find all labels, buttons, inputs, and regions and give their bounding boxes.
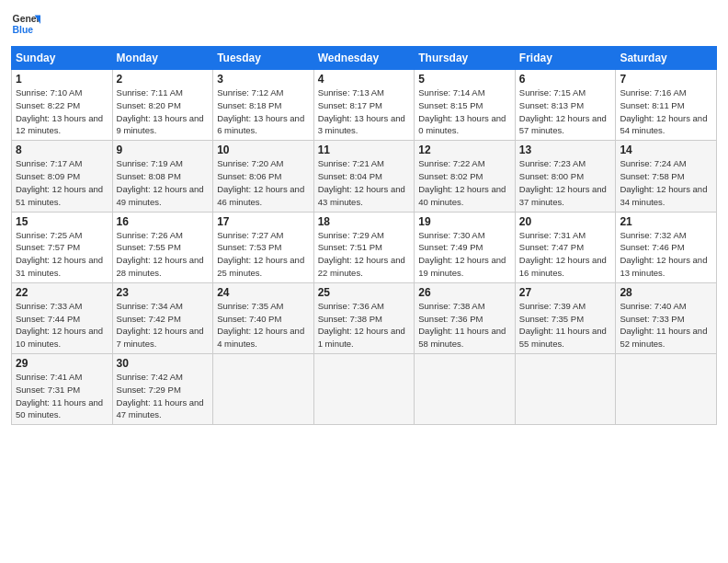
calendar-day-cell: 1 Sunrise: 7:10 AMSunset: 8:22 PMDayligh… [12,70,113,141]
calendar-day-cell: 5 Sunrise: 7:14 AMSunset: 8:15 PMDayligh… [415,70,516,141]
calendar-day-cell: 23 Sunrise: 7:34 AMSunset: 7:42 PMDaylig… [112,282,213,353]
day-info: Sunrise: 7:35 AMSunset: 7:40 PMDaylight:… [217,301,304,349]
day-number: 12 [418,144,511,156]
day-info: Sunrise: 7:42 AMSunset: 7:29 PMDaylight:… [117,372,204,419]
day-number: 5 [418,73,511,86]
day-of-week-header: Sunday [12,47,113,70]
day-info: Sunrise: 7:13 AMSunset: 8:17 PMDaylight:… [318,87,405,135]
day-info: Sunrise: 7:32 AMSunset: 7:46 PMDaylight:… [620,230,707,278]
calendar-header-row: SundayMondayTuesdayWednesdayThursdayFrid… [12,47,717,70]
calendar-day-cell: 20 Sunrise: 7:31 AMSunset: 7:47 PMDaylig… [515,212,616,282]
calendar-day-cell: 8 Sunrise: 7:17 AMSunset: 8:09 PMDayligh… [12,141,113,212]
calendar-day-cell [213,354,314,425]
calendar-day-cell: 27 Sunrise: 7:39 AMSunset: 7:35 PMDaylig… [515,282,616,353]
calendar-day-cell: 26 Sunrise: 7:38 AMSunset: 7:36 PMDaylig… [415,282,516,353]
day-number: 25 [318,286,411,299]
day-of-week-header: Wednesday [313,47,415,70]
day-of-week-header: Monday [112,47,213,70]
day-number: 19 [418,215,511,228]
day-info: Sunrise: 7:14 AMSunset: 8:15 PMDaylight:… [418,87,506,135]
day-of-week-header: Friday [515,47,616,70]
day-number: 7 [620,73,712,86]
day-number: 22 [16,286,108,299]
day-number: 15 [16,215,108,228]
day-info: Sunrise: 7:39 AMSunset: 7:35 PMDaylight:… [519,301,607,349]
day-number: 2 [117,73,210,86]
day-number: 9 [117,144,210,156]
day-info: Sunrise: 7:20 AMSunset: 8:06 PMDaylight:… [217,158,304,206]
calendar-day-cell: 12 Sunrise: 7:22 AMSunset: 8:02 PMDaylig… [415,141,516,212]
day-of-week-header: Tuesday [213,47,314,70]
page: General Blue SundayMondayTuesdayWednesda… [0,0,728,563]
day-info: Sunrise: 7:23 AMSunset: 8:00 PMDaylight:… [519,158,607,206]
calendar-day-cell: 13 Sunrise: 7:23 AMSunset: 8:00 PMDaylig… [515,141,616,212]
day-info: Sunrise: 7:21 AMSunset: 8:04 PMDaylight:… [318,158,405,206]
day-info: Sunrise: 7:41 AMSunset: 7:31 PMDaylight:… [16,372,103,419]
calendar-day-cell: 30 Sunrise: 7:42 AMSunset: 7:29 PMDaylig… [112,354,213,425]
day-info: Sunrise: 7:40 AMSunset: 7:33 PMDaylight:… [620,301,707,349]
day-number: 16 [117,215,210,228]
day-number: 29 [16,357,108,370]
calendar-day-cell: 7 Sunrise: 7:16 AMSunset: 8:11 PMDayligh… [616,70,717,141]
calendar-day-cell: 16 Sunrise: 7:26 AMSunset: 7:55 PMDaylig… [112,212,213,282]
calendar-table: SundayMondayTuesdayWednesdayThursdayFrid… [11,46,717,425]
calendar-day-cell: 21 Sunrise: 7:32 AMSunset: 7:46 PMDaylig… [616,212,717,282]
calendar-day-cell: 19 Sunrise: 7:30 AMSunset: 7:49 PMDaylig… [415,212,516,282]
day-number: 24 [217,286,310,299]
day-of-week-header: Thursday [415,47,516,70]
day-info: Sunrise: 7:34 AMSunset: 7:42 PMDaylight:… [117,301,204,349]
header: General Blue [11,9,717,39]
day-info: Sunrise: 7:17 AMSunset: 8:09 PMDaylight:… [16,158,103,206]
calendar-day-cell: 18 Sunrise: 7:29 AMSunset: 7:51 PMDaylig… [313,212,415,282]
calendar-week-row: 29 Sunrise: 7:41 AMSunset: 7:31 PMDaylig… [12,354,717,425]
day-info: Sunrise: 7:38 AMSunset: 7:36 PMDaylight:… [418,301,506,349]
day-of-week-header: Saturday [616,47,717,70]
day-info: Sunrise: 7:26 AMSunset: 7:55 PMDaylight:… [117,230,204,278]
day-number: 11 [318,144,411,156]
calendar-day-cell: 25 Sunrise: 7:36 AMSunset: 7:38 PMDaylig… [313,282,415,353]
calendar-week-row: 8 Sunrise: 7:17 AMSunset: 8:09 PMDayligh… [12,141,717,212]
day-number: 23 [117,286,210,299]
day-number: 26 [418,286,511,299]
day-info: Sunrise: 7:31 AMSunset: 7:47 PMDaylight:… [519,230,607,278]
day-number: 14 [620,144,712,156]
day-number: 10 [217,144,310,156]
calendar-day-cell [415,354,516,425]
day-info: Sunrise: 7:22 AMSunset: 8:02 PMDaylight:… [418,158,506,206]
day-info: Sunrise: 7:27 AMSunset: 7:53 PMDaylight:… [217,230,304,278]
logo: General Blue [11,9,40,39]
day-info: Sunrise: 7:33 AMSunset: 7:44 PMDaylight:… [16,301,103,349]
day-info: Sunrise: 7:36 AMSunset: 7:38 PMDaylight:… [318,301,405,349]
day-number: 6 [519,73,612,86]
day-info: Sunrise: 7:24 AMSunset: 7:58 PMDaylight:… [620,158,707,206]
calendar-day-cell: 3 Sunrise: 7:12 AMSunset: 8:18 PMDayligh… [213,70,314,141]
calendar-week-row: 1 Sunrise: 7:10 AMSunset: 8:22 PMDayligh… [12,70,717,141]
day-number: 3 [217,73,310,86]
calendar-day-cell: 6 Sunrise: 7:15 AMSunset: 8:13 PMDayligh… [515,70,616,141]
calendar-day-cell: 28 Sunrise: 7:40 AMSunset: 7:33 PMDaylig… [616,282,717,353]
day-number: 13 [519,144,612,156]
day-number: 4 [318,73,411,86]
calendar-day-cell: 24 Sunrise: 7:35 AMSunset: 7:40 PMDaylig… [213,282,314,353]
svg-text:Blue: Blue [13,25,34,35]
day-number: 8 [16,144,108,156]
calendar-day-cell: 17 Sunrise: 7:27 AMSunset: 7:53 PMDaylig… [213,212,314,282]
day-info: Sunrise: 7:12 AMSunset: 8:18 PMDaylight:… [217,87,304,135]
day-number: 17 [217,215,310,228]
day-info: Sunrise: 7:15 AMSunset: 8:13 PMDaylight:… [519,87,607,135]
day-number: 30 [117,357,210,370]
day-number: 27 [519,286,612,299]
calendar-day-cell: 22 Sunrise: 7:33 AMSunset: 7:44 PMDaylig… [12,282,113,353]
day-info: Sunrise: 7:16 AMSunset: 8:11 PMDaylight:… [620,87,707,135]
calendar-week-row: 22 Sunrise: 7:33 AMSunset: 7:44 PMDaylig… [12,282,717,353]
calendar-day-cell: 11 Sunrise: 7:21 AMSunset: 8:04 PMDaylig… [313,141,415,212]
day-info: Sunrise: 7:11 AMSunset: 8:20 PMDaylight:… [117,87,204,135]
day-number: 28 [620,286,712,299]
day-number: 21 [620,215,712,228]
day-info: Sunrise: 7:29 AMSunset: 7:51 PMDaylight:… [318,230,405,278]
day-info: Sunrise: 7:25 AMSunset: 7:57 PMDaylight:… [16,230,103,278]
calendar-week-row: 15 Sunrise: 7:25 AMSunset: 7:57 PMDaylig… [12,212,717,282]
day-info: Sunrise: 7:10 AMSunset: 8:22 PMDaylight:… [16,87,103,135]
calendar-day-cell: 15 Sunrise: 7:25 AMSunset: 7:57 PMDaylig… [12,212,113,282]
logo-icon: General Blue [11,9,40,39]
